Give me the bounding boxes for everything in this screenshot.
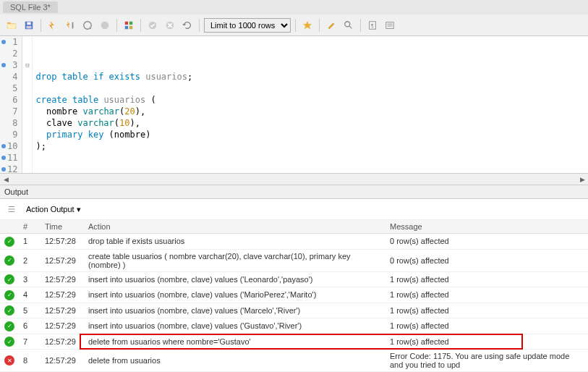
line-gutter: 123456789101112131415161718 xyxy=(0,36,22,173)
separator xyxy=(41,19,41,32)
output-panel-title: Output xyxy=(0,185,588,199)
col-num[interactable]: # xyxy=(19,220,41,234)
output-row[interactable]: ✓312:57:29insert into usuarios (nombre, … xyxy=(0,271,588,287)
success-icon: ✓ xyxy=(4,237,14,247)
svg-rect-7 xyxy=(129,21,132,24)
file-tab[interactable]: SQL File 3* xyxy=(3,1,58,13)
separator xyxy=(116,19,117,32)
find-icon[interactable] xyxy=(341,18,356,33)
svg-rect-1 xyxy=(27,22,30,25)
error-icon: ✕ xyxy=(4,355,14,365)
success-icon: ✓ xyxy=(4,255,14,266)
col-time[interactable]: Time xyxy=(41,220,84,234)
success-icon: ✓ xyxy=(4,305,14,316)
separator xyxy=(360,19,361,32)
svg-rect-3 xyxy=(72,22,74,28)
execute-icon[interactable] xyxy=(46,18,60,33)
output-row[interactable]: ✓412:57:29insert into usuarios (nombre, … xyxy=(0,287,588,303)
tab-bar: SQL File 3* xyxy=(0,0,588,14)
output-row[interactable]: ✕812:57:29delete from usuariosError Code… xyxy=(0,350,588,372)
editor-hscroll[interactable]: ◀ ▶ xyxy=(0,173,588,185)
success-icon: ✓ xyxy=(4,337,14,347)
toolbar: Limit to 1000 rows ¶ xyxy=(0,14,588,36)
limit-rows-select[interactable]: Limit to 1000 rows xyxy=(204,18,291,33)
open-icon[interactable] xyxy=(4,18,19,33)
save-icon[interactable] xyxy=(22,18,36,33)
explain-icon[interactable] xyxy=(80,18,95,33)
svg-rect-15 xyxy=(386,22,394,28)
output-row[interactable]: ✓212:57:29create table usuarios ( nombre… xyxy=(0,249,588,271)
output-tools: Action Output ▾ xyxy=(0,199,588,220)
output-list-icon[interactable] xyxy=(4,202,19,216)
separator xyxy=(199,19,200,32)
wrap-icon[interactable]: ¶ xyxy=(365,18,380,33)
svg-rect-6 xyxy=(125,21,128,24)
accept-icon[interactable] xyxy=(145,18,160,33)
svg-text:¶: ¶ xyxy=(371,22,374,28)
separator xyxy=(140,19,141,32)
svg-rect-9 xyxy=(129,25,132,28)
svg-point-5 xyxy=(101,21,109,29)
col-action[interactable]: Action xyxy=(84,220,385,234)
output-row[interactable]: ✓712:57:29delete from usuarios where nom… xyxy=(0,334,588,350)
separator xyxy=(319,19,320,32)
output-type-dropdown[interactable]: Action Output ▾ xyxy=(23,203,84,216)
scroll-left-icon[interactable]: ◀ xyxy=(0,176,12,183)
chevron-down-icon: ▾ xyxy=(77,205,81,214)
svg-rect-2 xyxy=(27,25,32,28)
commit-icon[interactable] xyxy=(122,18,136,33)
output-row[interactable]: ✓112:57:28drop table if exists usuarios0… xyxy=(0,234,588,250)
output-row[interactable]: ✓612:57:29insert into usuarios (nombre, … xyxy=(0,318,588,334)
execute-step-icon[interactable] xyxy=(63,18,77,33)
reject-icon[interactable] xyxy=(163,18,177,33)
col-message[interactable]: Message xyxy=(385,220,588,234)
refresh-icon[interactable] xyxy=(180,18,195,33)
scroll-right-icon[interactable]: ▶ xyxy=(576,176,588,183)
fold-column: ⊟ xyxy=(22,36,33,173)
svg-point-12 xyxy=(345,21,350,26)
separator xyxy=(295,19,296,32)
success-icon: ✓ xyxy=(4,321,14,331)
code-area[interactable]: drop table if exists usuarios;create tab… xyxy=(33,36,588,173)
favorite-icon[interactable] xyxy=(300,18,315,33)
svg-rect-8 xyxy=(125,25,128,28)
success-icon: ✓ xyxy=(4,290,14,300)
beautify-icon[interactable] xyxy=(324,18,338,33)
output-grid: # Time Action Message ✓112:57:28drop tab… xyxy=(0,220,588,372)
snippets-icon[interactable] xyxy=(383,18,397,33)
success-icon: ✓ xyxy=(4,274,14,284)
output-row[interactable]: ✓512:57:29insert into usuarios (nombre, … xyxy=(0,303,588,318)
sql-editor[interactable]: 123456789101112131415161718 ⊟ drop table… xyxy=(0,36,588,173)
stop-icon[interactable] xyxy=(98,18,112,33)
